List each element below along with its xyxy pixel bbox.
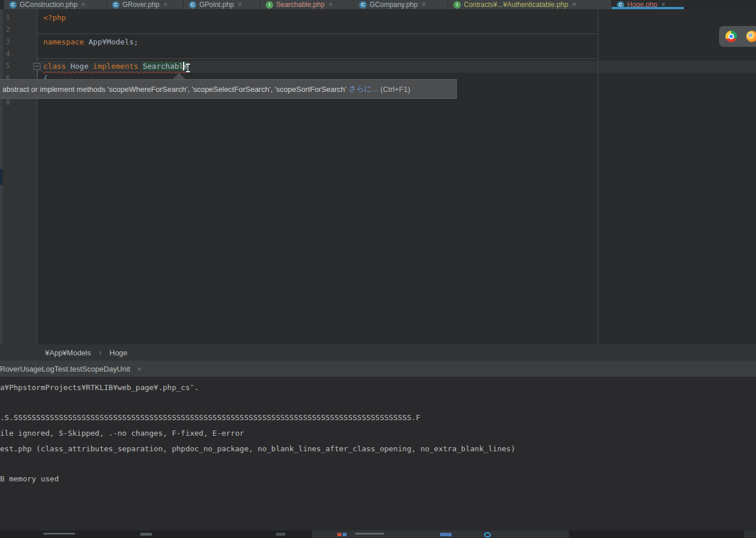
code-line-php-open: <?php [43, 13, 66, 24]
keyword-class: class [43, 62, 66, 71]
taskbar-item[interactable] [342, 533, 347, 536]
php-class-icon: C [189, 1, 196, 9]
tab-grover[interactable]: C GRover.php × [107, 0, 184, 9]
interface-reference: Searchable [143, 62, 188, 71]
close-icon[interactable]: × [163, 1, 167, 9]
mouse-ibeam-cursor [185, 64, 191, 72]
tab-searchable[interactable]: I Searchable.php × [260, 0, 354, 9]
tab-label: Searchable.php [276, 1, 325, 9]
keyword-implements: implements [93, 62, 138, 71]
php-class-icon: C [112, 1, 120, 9]
line-number: 4 [6, 50, 29, 60]
code-editor[interactable]: 1 2 3 4 5 6 7 8 − <?php namespace App¥Mo… [0, 9, 756, 344]
line-number: 2 [6, 25, 29, 36]
tab-bar-lead-spacer [0, 0, 4, 9]
run-tab-label[interactable]: RoverUsageLogTest.testScopeDayUnit [0, 365, 130, 373]
line-number: 3 [6, 38, 29, 48]
line-number: 1 [6, 13, 29, 24]
chevron-right-icon: › [99, 348, 102, 357]
taskbar-item[interactable] [440, 533, 452, 536]
phpstorm-window: C GConstruction.php × C GRover.php × C G… [0, 0, 756, 538]
php-interface-icon: I [453, 1, 461, 9]
code-line-class-declaration: class Hoge implements Searchable [43, 62, 188, 72]
tab-label: GRover.php [122, 1, 159, 9]
editor-tab-bar: C GConstruction.php × C GRover.php × C G… [0, 0, 756, 9]
close-icon[interactable]: × [572, 1, 576, 9]
namespace-name: App¥Models; [84, 38, 138, 46]
tab-gpoint[interactable]: C GPoint.php × [184, 0, 260, 9]
keyword-namespace: namespace [43, 38, 84, 46]
inspection-tooltip: abstract or implement methods 'scopeWher… [0, 79, 457, 99]
run-console-output[interactable]: a¥PhpstormProjects¥RTKLIB¥web_page¥.php_… [0, 377, 756, 530]
fold-toggle[interactable]: − [33, 63, 40, 70]
close-icon[interactable]: × [422, 1, 426, 9]
console-line: .S.SSSSSSSSSSSSSSSSSSSSSSSSSSSSSSSSSSSSS… [0, 413, 420, 422]
taskbar-tray[interactable] [744, 530, 756, 538]
php-interface-icon: I [266, 1, 273, 9]
php-class-icon: C [9, 1, 17, 9]
tab-label: GConstruction.php [20, 1, 77, 9]
line-number: 5 [6, 62, 29, 72]
method-separator [38, 34, 598, 34]
breadcrumb: ¥App¥Models › Hoge [0, 344, 756, 361]
firefox-icon[interactable] [746, 31, 756, 42]
fold-region-line [37, 71, 38, 79]
close-icon[interactable]: × [81, 1, 85, 9]
close-icon[interactable]: × [329, 1, 333, 9]
tab-label: GPoint.php [199, 1, 234, 9]
method-separator [38, 58, 598, 59]
tab-authenticatable[interactable]: I Contracts¥...¥Authenticatable.php × [448, 0, 612, 9]
tooltip-more-link[interactable]: さらに... [349, 84, 378, 94]
tab-gcompany[interactable]: C GCompany.php × [354, 0, 448, 9]
line-number: 8 [6, 98, 29, 109]
tab-hoge-active[interactable]: C Hoge.php × [612, 0, 684, 9]
gutter-separator [37, 9, 38, 344]
console-line: est.php (class_attributes_separation, ph… [0, 444, 515, 454]
console-line: ile ignored, S-Skipped, .-no changes, F-… [0, 429, 244, 438]
tool-window-stripe [0, 9, 3, 344]
open-in-browser-toolbar [719, 26, 756, 47]
class-name: Hoge [66, 62, 93, 71]
taskbar-item[interactable] [355, 533, 384, 535]
console-line: a¥PhpstormProjects¥RTKLIB¥web_page¥.php_… [0, 383, 199, 392]
breadcrumb-package[interactable]: ¥App¥Models [45, 348, 91, 357]
tooltip-shortcut: (Ctrl+F1) [381, 85, 411, 94]
taskbar-item[interactable] [43, 533, 75, 535]
taskbar-item[interactable] [276, 533, 285, 536]
run-panel-tab-bar: RoverUsageLogTest.testScopeDayUnit × [0, 361, 756, 377]
tab-label: GCompany.php [370, 1, 418, 9]
taskbar-item[interactable] [140, 533, 152, 536]
right-margin-guide [598, 9, 598, 344]
tab-label: Contracts¥...¥Authenticatable.php [464, 1, 568, 9]
console-line: B memory used [0, 474, 59, 484]
code-line-namespace: namespace App¥Models; [43, 38, 138, 48]
tooltip-message: abstract or implement methods 'scopeWher… [2, 85, 347, 94]
close-icon[interactable]: × [137, 365, 141, 373]
tab-bar-filler [684, 0, 756, 9]
taskbar-item[interactable] [484, 532, 491, 537]
tab-gconstruction[interactable]: C GConstruction.php × [4, 0, 107, 9]
taskbar-item[interactable] [337, 533, 341, 536]
breadcrumb-current[interactable]: Hoge [110, 348, 128, 357]
close-icon[interactable]: × [238, 1, 242, 9]
chrome-icon[interactable] [725, 31, 737, 42]
windows-taskbar [0, 530, 756, 538]
stripe-marker [0, 169, 3, 185]
php-class-icon: C [359, 1, 367, 9]
